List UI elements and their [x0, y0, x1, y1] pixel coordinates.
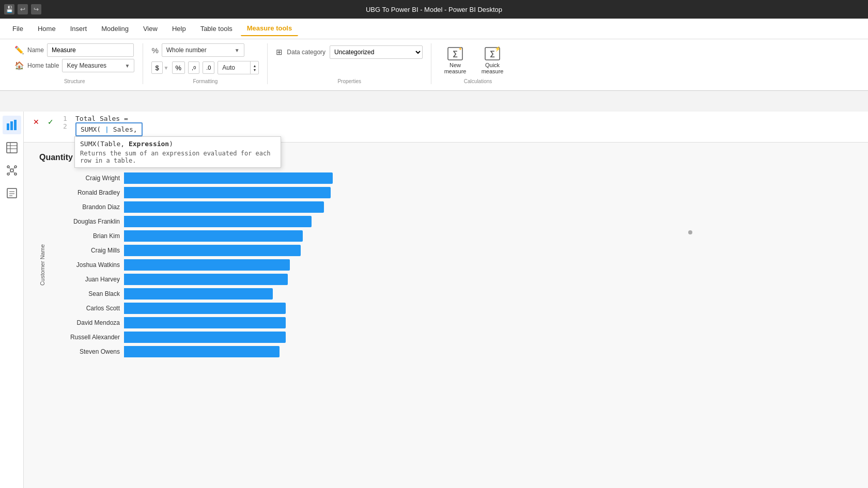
home-table-dropdown[interactable]: Key Measures ▼ [62, 59, 134, 72]
format-buttons-row: $ ▼ % ,0 .0 Auto ▲ ▼ [151, 61, 259, 74]
sidebar [0, 112, 24, 488]
table-row: Craig Mills [48, 245, 337, 256]
svg-rect-8 [14, 120, 17, 130]
auto-arrow[interactable]: ▲ ▼ [250, 61, 258, 74]
table-row: Ronald Bradley [48, 187, 337, 198]
autocomplete-cursor[interactable]: | [105, 125, 109, 133]
redo-icon[interactable]: ↪ [31, 4, 41, 14]
bar-label: Steven Owens [48, 348, 120, 355]
bar-label: Douglas Franklin [48, 218, 120, 225]
menu-modeling[interactable]: Modeling [95, 22, 135, 36]
bar-container [124, 274, 337, 285]
bar-label: Ronald Bradley [48, 189, 120, 196]
autocomplete-close-paren: ) [169, 140, 173, 148]
bar-label: Brandon Diaz [48, 203, 120, 211]
menu-table-tools[interactable]: Table tools [194, 22, 239, 36]
bar-fill [124, 303, 286, 314]
table-row: David Mendoza [48, 317, 337, 328]
bar-container [124, 303, 337, 314]
menu-bar: File Home Insert Modeling View Help Tabl… [0, 19, 868, 39]
autocomplete-expression-bold: Expression [129, 140, 169, 148]
autocomplete-trigger-text: SUMX( [81, 125, 101, 133]
home-table-arrow-icon: ▼ [125, 63, 130, 69]
data-category-row: ⊞ Data category Uncategorized [276, 45, 423, 59]
table-row: Russell Alexander [48, 332, 337, 343]
table-row: Sean Black [48, 288, 337, 300]
bar-fill [124, 187, 331, 198]
auto-up-icon[interactable]: ▲ [253, 64, 256, 68]
name-label: Name [27, 46, 44, 54]
svg-rect-6 [7, 123, 9, 130]
format-dropdown[interactable]: Whole number ▼ [162, 43, 244, 57]
dollar-arrow-icon[interactable]: ▼ [164, 65, 169, 71]
auto-value: Auto [218, 64, 250, 71]
auto-dropdown[interactable]: Auto ▲ ▼ [218, 61, 259, 74]
formula-cancel-btn[interactable]: ✕ [30, 116, 42, 128]
svg-text:+: + [459, 46, 462, 52]
ribbon-sections: ✏️ Name 🏠 Home table Key Measures ▼ Stru… [6, 43, 862, 84]
bar-fill [124, 245, 301, 256]
svg-point-15 [14, 166, 17, 168]
quick-measure-button[interactable]: ∑ ⚡ Quick measure [477, 43, 508, 76]
sidebar-icon-model[interactable] [3, 161, 21, 180]
formula-line-2: 2 SUMX( | Sales, SUMX(Table, Expression)… [63, 122, 862, 136]
menu-help[interactable]: Help [166, 22, 192, 36]
auto-down-icon[interactable]: ▼ [253, 68, 256, 72]
table-row: Steven Owens [48, 346, 337, 357]
structure-label: Structure [14, 76, 134, 84]
format-icon: % [151, 46, 158, 55]
comma-btn[interactable]: ,0 [188, 61, 199, 74]
svg-rect-7 [10, 121, 13, 130]
new-measure-button[interactable]: ∑ + New measure [440, 43, 471, 76]
menu-insert[interactable]: Insert [64, 22, 94, 36]
table-row: Brian Kim [48, 230, 337, 242]
sidebar-icon-barchart[interactable] [3, 116, 21, 134]
home-table-label: Home table [27, 62, 59, 69]
formula-controls: ✕ ✓ [30, 116, 57, 128]
bar-container [124, 187, 337, 198]
sidebar-icon-report[interactable] [3, 184, 21, 202]
menu-view[interactable]: View [137, 22, 164, 36]
bar-fill [124, 230, 303, 242]
save-icon[interactable]: 💾 [4, 4, 14, 14]
chart-wrapper: Customer Name Craig WrightRonald Bradley… [39, 172, 853, 357]
menu-home[interactable]: Home [32, 22, 62, 36]
table-row: Joshua Watkins [48, 259, 337, 271]
title-bar-controls[interactable]: 💾 ↩ ↪ [4, 4, 41, 14]
title-bar: 💾 ↩ ↪ UBG To Power BI - Model - Power BI… [0, 0, 868, 19]
undo-icon[interactable]: ↩ [18, 4, 28, 14]
bar-fill [124, 274, 288, 285]
bar-label: Carlos Scott [48, 305, 120, 312]
name-input[interactable] [47, 43, 134, 57]
formula-area[interactable]: 1 Total Sales = 2 SUMX( | Sales, SUMX(Ta… [63, 115, 862, 136]
autocomplete-item[interactable]: SUMX(Table, Expression) [80, 140, 275, 148]
percent-btn[interactable]: % [172, 61, 185, 74]
formula-line-1: 1 Total Sales = [63, 115, 862, 122]
sidebar-icon-table[interactable] [3, 138, 21, 157]
svg-text:⚡: ⚡ [494, 45, 501, 52]
calculations-label: Calculations [440, 76, 516, 84]
bar-label: David Mendoza [48, 319, 120, 326]
bar-container [124, 216, 337, 227]
formula-bar: ✕ ✓ 1 Total Sales = 2 SUMX( | Sales, [24, 112, 868, 143]
menu-file[interactable]: File [6, 22, 29, 36]
bar-label: Joshua Watkins [48, 261, 120, 269]
ribbon-properties-section: ⊞ Data category Uncategorized Properties [268, 43, 431, 84]
menu-measure-tools[interactable]: Measure tools [241, 21, 298, 36]
home-table-value: Key Measures [67, 62, 106, 69]
new-measure-label: New measure [444, 62, 467, 74]
format-arrow-icon: ▼ [235, 48, 240, 53]
formula-confirm-btn[interactable]: ✓ [44, 116, 57, 128]
dollar-btn[interactable]: $ [151, 61, 162, 74]
table-row: Douglas Franklin [48, 216, 337, 227]
home-table-row: 🏠 Home table Key Measures ▼ [14, 59, 134, 72]
scroll-indicator[interactable] [688, 230, 692, 234]
data-category-select[interactable]: Uncategorized [330, 45, 423, 59]
autocomplete-description: Returns the sum of an expression evaluat… [80, 150, 275, 164]
ribbon-structure-section: ✏️ Name 🏠 Home table Key Measures ▼ Stru… [6, 43, 143, 84]
bar-fill [124, 332, 286, 343]
decimal-btn[interactable]: .0 [203, 61, 214, 74]
bar-fill [124, 346, 280, 357]
bar-container [124, 259, 337, 271]
bar-container [124, 332, 337, 343]
